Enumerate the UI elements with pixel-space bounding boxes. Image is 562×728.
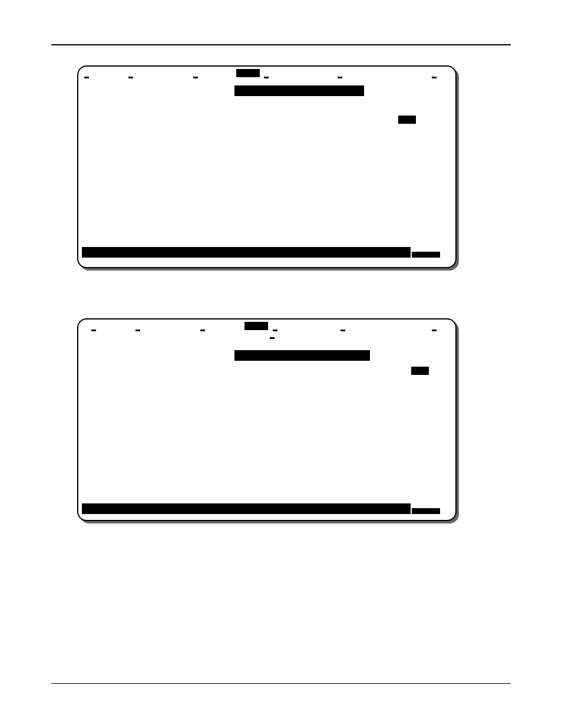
panel2-right-small <box>411 367 429 375</box>
panel1-top-tick-2 <box>128 77 133 78</box>
panel2-top-tick-2 <box>135 330 140 331</box>
panel2-footer-big-bar <box>82 503 411 514</box>
panel1-top-tick-1 <box>84 77 89 78</box>
panel1-top-mid-label <box>236 69 260 77</box>
panel1-footer-small-bar <box>412 252 440 258</box>
footer-rule <box>51 683 511 684</box>
panel2-top-tick-4 <box>273 330 277 331</box>
header-rule <box>51 44 511 45</box>
panel1-top-tick-4 <box>264 77 269 78</box>
panel2-subtitle-bar <box>234 350 370 361</box>
panel2-top-tick-3 <box>200 330 205 331</box>
panel1-top-tick-3 <box>193 77 198 78</box>
panel-2 <box>77 318 457 521</box>
panel1-top-tick-5 <box>338 77 342 78</box>
panel-1 <box>77 65 457 268</box>
panel2-top-tick-1 <box>91 330 96 331</box>
panel2-top-tick-6 <box>432 330 437 331</box>
panel1-footer-big-bar <box>82 247 411 258</box>
panel1-right-small <box>398 116 416 124</box>
panel2-footer-small-bar <box>412 508 440 514</box>
panel2-top-mid-label <box>244 322 268 330</box>
panel2-top-tick-5 <box>340 330 345 331</box>
panel1-subtitle-bar <box>234 85 364 96</box>
panel2-top-tick-7 <box>270 337 275 339</box>
panel1-top-tick-6 <box>432 77 437 78</box>
